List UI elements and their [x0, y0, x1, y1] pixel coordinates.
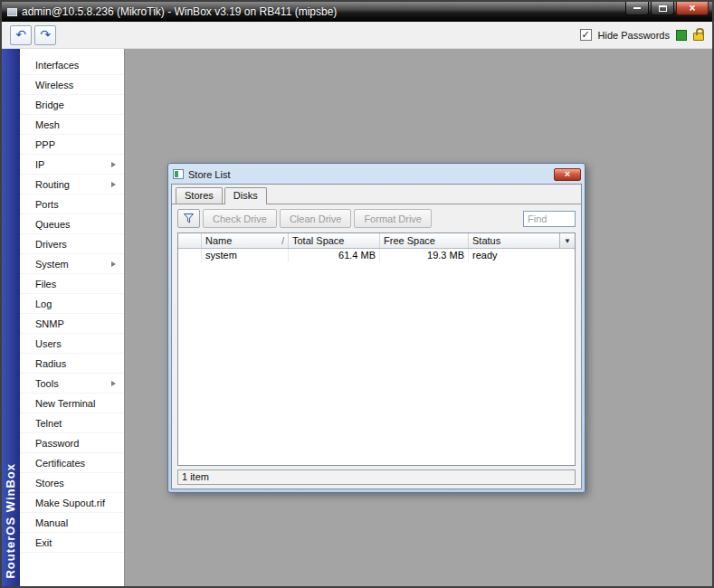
format-drive-button[interactable]: Format Drive — [354, 209, 432, 228]
column-header-free-space[interactable]: Free Space — [380, 233, 469, 248]
close-icon: × — [565, 168, 570, 179]
sidebar-item-system[interactable]: System — [20, 254, 124, 274]
sort-ascending-icon: / — [281, 236, 284, 246]
check-drive-button[interactable]: Check Drive — [203, 209, 277, 228]
redo-button[interactable]: ↷ — [34, 25, 56, 45]
sidebar-item-certificates[interactable]: Certificates — [20, 453, 124, 473]
main-toolbar: ↶ ↷ ✓ Hide Passwords — [2, 22, 712, 49]
submenu-arrow-icon — [111, 381, 116, 386]
store-list-titlebar[interactable]: Store List × — [171, 166, 582, 184]
store-list-tabs: Stores Disks — [172, 185, 581, 204]
sidebar-item-label: Queues — [35, 219, 71, 230]
sidebar-item-label: Ports — [35, 199, 59, 210]
sidebar-item-new-terminal[interactable]: New Terminal — [20, 394, 124, 413]
sidebar-item-label: IP — [35, 159, 44, 170]
brand-text: RouterOS WinBox — [4, 463, 17, 579]
table-body-empty — [178, 262, 575, 465]
sidebar-item-mesh[interactable]: Mesh — [20, 115, 124, 135]
sidebar-item-manual[interactable]: Manual — [20, 513, 124, 533]
sidebar-item-radius[interactable]: Radius — [20, 354, 124, 374]
sidebar-item-password[interactable]: Password — [20, 433, 124, 453]
close-button[interactable]: × — [676, 2, 709, 15]
sidebar-item-files[interactable]: Files — [20, 274, 124, 294]
table-header: Name / Total Space Free Space Status ▼ — [178, 233, 575, 249]
column-select-dropdown[interactable]: ▼ — [559, 233, 575, 248]
maximize-icon — [659, 5, 667, 12]
sidebar-item-ip[interactable]: IP — [20, 155, 124, 175]
sidebar-item-ppp[interactable]: PPP — [20, 135, 124, 155]
store-list-icon — [173, 169, 184, 179]
sidebar-item-label: Stores — [35, 478, 64, 488]
sidebar-item-label: New Terminal — [35, 398, 95, 409]
undo-button[interactable]: ↶ — [10, 25, 32, 45]
chevron-down-icon: ▼ — [564, 237, 571, 245]
sidebar-item-label: Routing — [35, 179, 70, 190]
sidebar-item-label: Log — [35, 299, 52, 309]
undo-icon: ↶ — [15, 27, 26, 42]
sidebar-item-queues[interactable]: Queues — [20, 214, 124, 234]
workspace: Store List × Stores Disks Check Drive Cl… — [125, 49, 712, 586]
tab-stores[interactable]: Stores — [176, 187, 223, 204]
window-title: admin@10.5.8.236 (MikroTik) - WinBox v3.… — [22, 5, 337, 18]
find-input[interactable] — [523, 211, 576, 227]
sidebar-item-label: Mesh — [35, 119, 60, 130]
filter-button[interactable] — [177, 209, 200, 228]
connection-indicator — [676, 30, 687, 41]
disks-table: Name / Total Space Free Space Status ▼ s… — [177, 232, 576, 466]
sidebar-item-exit[interactable]: Exit — [20, 533, 124, 553]
check-icon: ✓ — [581, 29, 589, 40]
sidebar-item-label: Wireless — [35, 80, 73, 90]
column-header-total-space[interactable]: Total Space — [289, 233, 380, 248]
brand-strip: RouterOS WinBox — [2, 49, 20, 586]
secure-lock-icon — [693, 33, 704, 41]
sidebar-item-routing[interactable]: Routing — [20, 175, 124, 194]
sidebar-item-label: SNMP — [35, 318, 64, 329]
titlebar[interactable]: admin@10.5.8.236 (MikroTik) - WinBox v3.… — [2, 2, 712, 22]
column-header-status[interactable]: Status — [469, 233, 559, 248]
cell-status: ready — [469, 249, 575, 262]
column-label: Name — [205, 235, 232, 246]
store-list-toolbar: Check Drive Clean Drive Format Drive — [172, 204, 581, 232]
hide-passwords-checkbox[interactable]: ✓ — [580, 29, 592, 41]
sidebar-item-label: Files — [35, 279, 56, 289]
sidebar-item-users[interactable]: Users — [20, 334, 124, 354]
sidebar-item-wireless[interactable]: Wireless — [20, 75, 124, 95]
hide-passwords-label[interactable]: Hide Passwords — [598, 30, 670, 41]
sidebar-item-stores[interactable]: Stores — [20, 473, 124, 493]
minimize-icon — [633, 7, 641, 9]
sidebar-item-make-supout[interactable]: Make Supout.rif — [20, 493, 124, 513]
sidebar-item-label: PPP — [35, 139, 55, 150]
sidebar-item-tools[interactable]: Tools — [20, 374, 124, 394]
sidebar-item-ports[interactable]: Ports — [20, 194, 124, 214]
sidebar-menu: Interfaces Wireless Bridge Mesh PPP IP R… — [20, 49, 124, 586]
sidebar-item-label: Interfaces — [35, 60, 79, 71]
main-area: RouterOS WinBox Interfaces Wireless Brid… — [2, 49, 712, 586]
tab-disks[interactable]: Disks — [224, 187, 267, 204]
app-icon — [7, 8, 17, 16]
sidebar-item-label: Users — [35, 338, 62, 349]
store-list-close-button[interactable]: × — [554, 168, 581, 181]
cell-total-space: 61.4 MB — [289, 249, 380, 262]
store-list-window: Store List × Stores Disks Check Drive Cl… — [167, 163, 585, 493]
table-row[interactable]: system 61.4 MB 19.3 MB ready — [178, 249, 575, 262]
minimize-button[interactable] — [625, 2, 649, 15]
store-list-body: Stores Disks Check Drive Clean Drive For… — [171, 184, 582, 489]
clean-drive-button[interactable]: Clean Drive — [280, 209, 351, 228]
sidebar-item-label: Password — [35, 438, 79, 449]
sidebar-item-label: Certificates — [35, 458, 85, 469]
submenu-arrow-icon — [111, 182, 116, 187]
winbox-window: admin@10.5.8.236 (MikroTik) - WinBox v3.… — [0, 0, 714, 588]
sidebar-item-bridge[interactable]: Bridge — [20, 95, 124, 115]
sidebar-item-snmp[interactable]: SNMP — [20, 314, 124, 334]
sidebar-item-log[interactable]: Log — [20, 294, 124, 314]
sidebar-item-interfaces[interactable]: Interfaces — [20, 55, 124, 75]
sidebar-item-label: Exit — [35, 537, 52, 548]
maximize-button[interactable] — [651, 2, 674, 15]
sidebar-item-telnet[interactable]: Telnet — [20, 413, 124, 433]
toolbar-right: ✓ Hide Passwords — [580, 29, 704, 41]
sidebar-item-drivers[interactable]: Drivers — [20, 234, 124, 254]
sidebar: RouterOS WinBox Interfaces Wireless Brid… — [2, 49, 125, 586]
window-controls: × — [624, 2, 709, 15]
sidebar-item-label: Telnet — [35, 418, 62, 429]
column-header-name[interactable]: Name / — [202, 233, 289, 248]
